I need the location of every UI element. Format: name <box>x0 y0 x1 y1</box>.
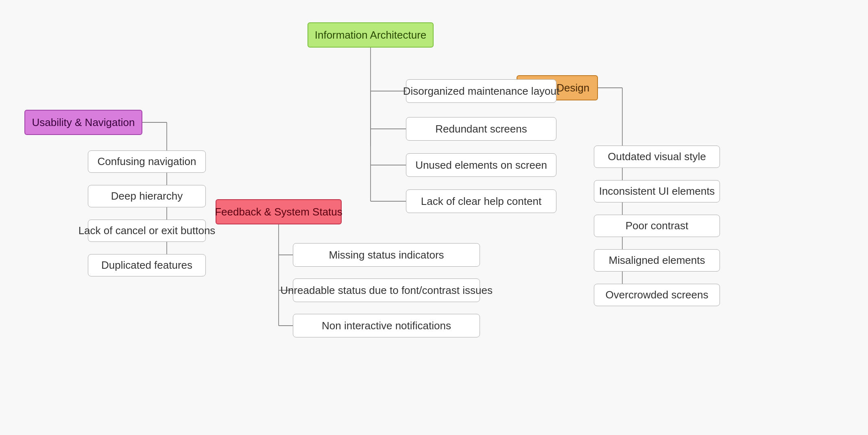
child-feedback-2: Non interactive notifications <box>293 314 480 337</box>
node-usability: Usability & Navigation <box>24 110 142 135</box>
child-visual-0: Outdated visual style <box>594 146 720 168</box>
child-ia-3: Lack of clear help content <box>406 189 556 213</box>
child-feedback-1: Unreadable status due to font/contrast i… <box>293 278 480 302</box>
child-usability-1: Deep hierarchy <box>88 185 206 207</box>
child-visual-1: Inconsistent UI elements <box>594 180 720 202</box>
child-usability-0: Confusing navigation <box>88 150 206 173</box>
child-ia-1: Redundant screens <box>406 117 556 141</box>
node-feedback: Feedback & System Status <box>216 199 342 224</box>
child-ia-0: Disorganized maintenance layout <box>406 79 556 103</box>
child-feedback-0: Missing status indicators <box>293 243 480 267</box>
child-usability-2: Lack of cancel or exit buttons <box>88 220 206 242</box>
child-usability-3: Duplicated features <box>88 254 206 276</box>
node-ia: Information Architecture <box>308 22 434 48</box>
child-ia-2: Unused elements on screen <box>406 153 556 177</box>
child-visual-2: Poor contrast <box>594 215 720 237</box>
mind-map: Information Architecture Usability & Nav… <box>0 0 868 435</box>
child-visual-3: Misaligned elements <box>594 249 720 272</box>
child-visual-4: Overcrowded screens <box>594 284 720 306</box>
